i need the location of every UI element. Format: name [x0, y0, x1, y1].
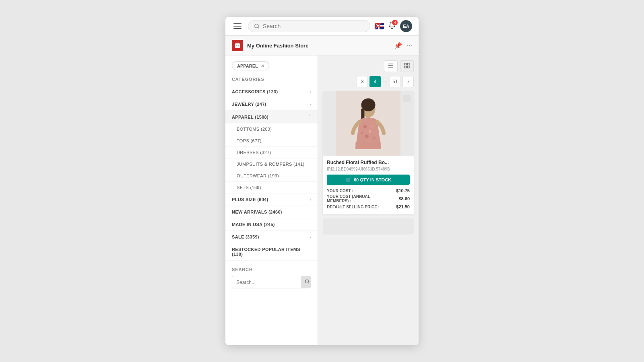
svg-line-1 [258, 27, 259, 29]
subcategory-label: BOTTOMS (200) [237, 127, 272, 132]
notification-badge: 4 [392, 20, 398, 25]
svg-point-31 [372, 136, 376, 140]
app-window: 4 EA My Online Fashion Store 📌 ··· [225, 17, 419, 345]
search-bar[interactable] [248, 20, 370, 32]
subcategory-label: OUTERWEAR (193) [237, 173, 279, 178]
default-price-row: DEFAULT SELLING PRICE : $21.50 [327, 204, 410, 209]
filter-tag-label: APPAREL [237, 64, 258, 68]
store-header: My Online Fashion Store 📌 ··· [225, 36, 419, 56]
store-info: My Online Fashion Store [232, 40, 308, 51]
sidebar-search-section: SEARCH [225, 261, 318, 292]
default-price-value: $21.50 [396, 204, 410, 209]
subcategory-bottoms[interactable]: BOTTOMS (200) [225, 123, 318, 135]
category-item-new-arrivals[interactable]: NEW ARRIVALS (2466) [225, 206, 318, 218]
filter-remove-icon[interactable]: × [261, 63, 264, 68]
page-4-button[interactable]: 4 [369, 76, 381, 87]
search-submit-icon [305, 279, 310, 284]
svg-point-29 [371, 125, 373, 127]
category-item-plus-size[interactable]: PLUS SIZE (604) › [225, 193, 318, 206]
active-filter-tag[interactable]: APPAREL × [232, 61, 269, 70]
pagination-ellipsis: ··· [382, 79, 388, 84]
hamburger-menu[interactable] [232, 22, 243, 31]
search-section-title: SEARCH [232, 267, 311, 272]
grid-view-button[interactable] [400, 60, 414, 72]
chevron-right-icon: › [310, 102, 311, 107]
search-input[interactable] [263, 23, 364, 29]
svg-rect-18 [407, 63, 409, 65]
page-51-button[interactable]: 51 [390, 76, 401, 87]
chevron-down-icon: ˅ [309, 114, 311, 119]
annual-cost-label: YOUR COST (ANNUAL MEMBERS) : [327, 194, 375, 203]
chevron-right-icon: › [310, 234, 311, 239]
subcategory-jumpsuits[interactable]: JUMPSUITS & ROMPERS (141) [225, 158, 318, 170]
product-image [323, 91, 414, 156]
category-item-sale[interactable]: SALE (3359) › [225, 231, 318, 243]
svg-rect-17 [405, 63, 407, 65]
next-page-button[interactable]: › [402, 76, 414, 87]
svg-point-26 [363, 125, 367, 128]
main-content: APPAREL × CATEGORIES ACCESSORIES (123) ›… [225, 56, 419, 345]
category-label: MADE IN USA (245) [232, 222, 275, 227]
pin-icon[interactable]: 📌 [394, 42, 402, 49]
svg-point-28 [365, 134, 369, 138]
nav-icons: 4 EA [375, 20, 412, 32]
svg-line-13 [308, 282, 309, 283]
pagination: 3 4 ··· 51 › [323, 76, 414, 87]
right-content: 3 4 ··· 51 › [318, 56, 419, 345]
product-image-wrapper [323, 91, 414, 156]
category-label: SALE (3359) [232, 234, 259, 239]
chevron-right-icon: › [310, 89, 311, 94]
product-sku: IRI2.12.BD04992-UI665.ID.57489B [327, 167, 410, 171]
svg-point-27 [369, 130, 371, 133]
store-name: My Online Fashion Store [247, 43, 308, 49]
category-item-made-in-usa[interactable]: MADE IN USA (245) [225, 218, 318, 231]
list-view-button[interactable] [384, 60, 398, 72]
category-label: ACCESSORIES (123) [232, 89, 278, 94]
category-label: NEW ARRIVALS (2466) [232, 210, 282, 214]
category-item-accessories[interactable]: ACCESSORIES (123) › [225, 86, 318, 98]
sidebar-search-button[interactable] [301, 276, 311, 288]
category-item-restocked[interactable]: RESTOCKED POPULAR ITEMS (130) [225, 243, 318, 261]
chevron-right-icon: › [310, 197, 311, 202]
your-cost-value: $10.75 [396, 188, 410, 193]
store-logo [232, 40, 243, 51]
svg-point-30 [361, 132, 363, 134]
subcategory-label: SETS (169) [237, 185, 261, 190]
product-info: Ruched Floral Ruffled Bo... IRI2.12.BD04… [323, 156, 414, 214]
category-item-jewelry[interactable]: JEWELRY (247) › [225, 98, 318, 111]
subcategory-label: DRESSES (327) [237, 150, 271, 155]
annual-cost-value: $8.60 [398, 196, 410, 201]
subcategory-label: TOPS (677) [237, 138, 262, 143]
your-cost-row: YOUR COST : $10.75 [327, 188, 410, 193]
grid-view-icon [404, 62, 410, 69]
page-3-button[interactable]: 3 [357, 76, 368, 87]
add-to-cart-button[interactable]: 🛒 60 QTY IN STOCK [327, 175, 410, 185]
annual-cost-row: YOUR COST (ANNUAL MEMBERS) : $8.60 [327, 194, 410, 203]
subcategory-dresses[interactable]: DRESSES (327) [225, 147, 318, 158]
default-price-label: DEFAULT SELLING PRICE : [327, 205, 380, 209]
category-label: RESTOCKED POPULAR ITEMS (130) [232, 247, 311, 257]
category-label: PLUS SIZE (604) [232, 197, 268, 202]
bottom-card-placeholder [323, 218, 414, 234]
category-label: APPAREL (1508) [232, 115, 268, 119]
your-cost-label: YOUR COST : [327, 189, 353, 193]
cart-icon: 🛒 [345, 177, 351, 183]
notification-button[interactable]: 4 [388, 21, 396, 31]
product-checkbox[interactable] [403, 95, 411, 102]
store-actions: 📌 ··· [394, 42, 412, 49]
top-nav: 4 EA [225, 17, 419, 36]
subcategory-outerwear[interactable]: OUTERWEAR (193) [225, 170, 318, 182]
category-label: JEWELRY (247) [232, 102, 266, 107]
sidebar-search-input[interactable] [232, 277, 301, 288]
subcategory-tops[interactable]: TOPS (677) [225, 135, 318, 147]
svg-rect-20 [407, 66, 409, 68]
flag-icon [375, 23, 384, 29]
svg-rect-10 [379, 23, 380, 29]
sidebar: APPAREL × CATEGORIES ACCESSORIES (123) ›… [225, 56, 318, 345]
svg-rect-19 [405, 66, 407, 68]
category-item-apparel[interactable]: APPAREL (1508) ˅ [225, 111, 318, 123]
svg-rect-24 [361, 109, 364, 119]
more-options-icon[interactable]: ··· [407, 42, 412, 49]
avatar[interactable]: EA [400, 20, 412, 32]
subcategory-sets[interactable]: SETS (169) [225, 182, 318, 193]
